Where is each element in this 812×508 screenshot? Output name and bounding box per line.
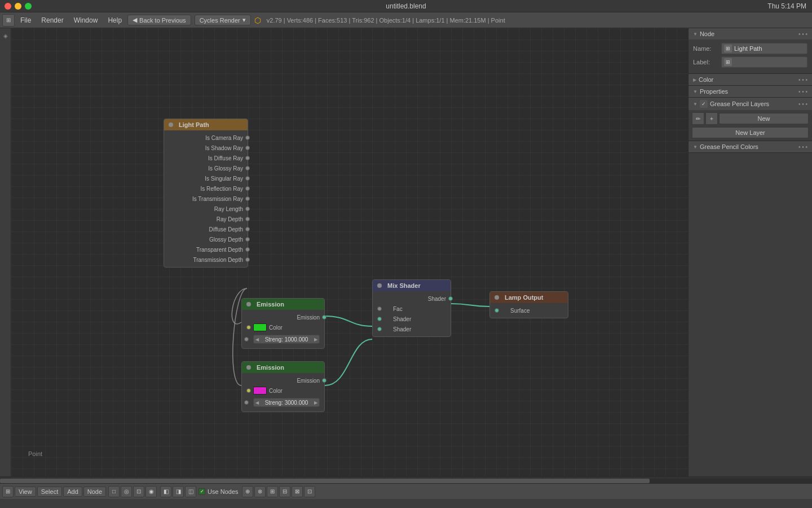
socket-mix-shader-out[interactable] [448, 296, 453, 301]
align-btn[interactable]: ⊞ [267, 486, 278, 497]
view-button[interactable]: View [15, 487, 36, 497]
socket-glossy-depth[interactable] [245, 237, 250, 242]
node-row-is-camera-ray: Is Camera Ray [164, 133, 248, 143]
emission-2-strength-row: ◀ Streng: 3000.000 ▶ [244, 397, 322, 408]
node-button[interactable]: Node [83, 487, 106, 497]
zoom-btn[interactable]: ⊠ [292, 486, 303, 497]
lamp-output-node[interactable]: Lamp Output Surface [489, 291, 568, 318]
lamp-collapse-btn[interactable] [495, 295, 499, 300]
shading-btn-3[interactable]: ◫ [185, 486, 196, 497]
color-section: ▶ Color • • • [689, 74, 812, 86]
clock: Thu 5:14 PM [767, 2, 806, 10]
lamp-output-body: Surface [490, 303, 568, 318]
scrollbar-track [0, 479, 812, 483]
emission-2-color-swatch[interactable] [253, 387, 267, 395]
shading-btn-2[interactable]: ◨ [173, 486, 184, 497]
node-label-field[interactable]: ⊞ [721, 56, 807, 68]
minimize-button[interactable] [15, 3, 21, 10]
mix-shader-node[interactable]: Mix Shader Shader Fac Shader [372, 279, 451, 337]
menu-help[interactable]: Help [103, 15, 126, 25]
menu-render[interactable]: Render [37, 15, 68, 25]
gp-layers-checkbox[interactable]: ✓ [700, 100, 708, 108]
solid-mode-btn[interactable]: □ [108, 486, 120, 497]
gp-add-btn[interactable]: + [705, 112, 718, 125]
menu-file[interactable]: File [16, 15, 36, 25]
socket-is-transmission-ray[interactable] [245, 196, 250, 201]
node-section-header[interactable]: ▼ Node • • • [689, 28, 812, 40]
fullscreen-btn[interactable]: ⊡ [304, 486, 315, 497]
socket-emission-1-out[interactable] [322, 315, 326, 319]
node-editor[interactable]: Light Path Is Camera Ray Is Shadow Ray I… [11, 28, 688, 476]
gp-colors-header[interactable]: ▼ Grease Pencil Colors • • • [689, 141, 812, 152]
use-nodes-checkbox[interactable]: ✓ Use Nodes [198, 488, 238, 495]
socket-transparent-depth[interactable] [245, 247, 250, 252]
back-to-previous-button[interactable]: ◀ Back to Previous [127, 15, 191, 25]
emission-1-strength-field[interactable]: ◀ Streng: 1000.000 ▶ [253, 335, 320, 344]
socket-ray-length[interactable] [245, 207, 250, 211]
emission-1-strength-row: ◀ Streng: 1000.000 ▶ [244, 334, 322, 345]
window-controls[interactable] [5, 3, 32, 10]
gp-pencil-btn[interactable]: ✏ [692, 112, 704, 125]
gp-new-layer-button[interactable]: New Layer [692, 127, 809, 138]
extra-btn[interactable]: ⊟ [279, 486, 290, 497]
socket-emission-1-color-in[interactable] [246, 325, 251, 330]
right-panel: ▼ Node • • • Name: ⊞ Light Path Label: ⊞ [688, 28, 812, 476]
horizontal-scrollbar[interactable] [0, 476, 812, 483]
close-button[interactable] [5, 3, 11, 10]
mix-fac-row: Fac [373, 304, 451, 314]
socket-is-reflection-ray[interactable] [245, 186, 250, 191]
status-bar-text: v2.79 | Verts:486 | Faces:513 | Tris:962… [267, 17, 505, 24]
maximize-button[interactable] [25, 3, 32, 10]
pin-btn[interactable]: ⊗ [254, 486, 266, 497]
node-section: ▼ Node • • • Name: ⊞ Light Path Label: ⊞ [689, 28, 812, 74]
socket-diffuse-depth[interactable] [245, 227, 250, 231]
material-mode-btn[interactable]: ◎ [121, 486, 132, 497]
socket-mix-shader1-in[interactable] [377, 317, 382, 321]
socket-is-camera-ray[interactable] [245, 135, 250, 140]
socket-mix-fac-in[interactable] [377, 306, 382, 311]
window-title: untitled.blend [386, 2, 426, 10]
mix-collapse-btn[interactable] [377, 283, 382, 288]
shading-btn-1[interactable]: ◧ [160, 486, 171, 497]
view-mode-btn[interactable]: ⊞ [2, 486, 14, 497]
emission-2-strength-field[interactable]: ◀ Streng: 3000.000 ▶ [253, 398, 320, 407]
menu-window[interactable]: Window [69, 15, 103, 25]
socket-emission-2-color-in[interactable] [246, 388, 251, 393]
emission-node-2[interactable]: Emission Emission Color ◀ [241, 361, 325, 412]
node-collapse-btn[interactable] [169, 122, 173, 127]
node-1-collapse-btn[interactable] [246, 302, 251, 306]
scrollbar-thumb[interactable] [0, 479, 650, 483]
mix-shader-body: Shader Fac Shader Shader [373, 291, 451, 336]
snap-btn[interactable]: ⊕ [242, 486, 253, 497]
extra-buttons: ⊕ ⊗ ⊞ ⊟ ⊠ ⊡ [242, 486, 315, 497]
socket-is-diffuse-ray[interactable] [245, 156, 250, 160]
node-name-field[interactable]: ⊞ Light Path [721, 43, 807, 54]
rendered-mode-btn[interactable]: ◉ [145, 486, 157, 497]
socket-is-singular-ray[interactable] [245, 176, 250, 181]
socket-transmission-depth[interactable] [245, 257, 250, 262]
emission-node-1[interactable]: Emission Emission Color ◀ [241, 298, 325, 349]
connections-svg [11, 28, 688, 476]
emission-1-color-swatch[interactable] [253, 323, 267, 331]
gp-layers-header[interactable]: ▼ ✓ Grease Pencil Layers • • • [689, 98, 812, 110]
socket-emission-1-strength-in[interactable] [244, 337, 249, 341]
render-engine-dropdown[interactable]: Cycles Render ▾ [195, 15, 251, 25]
socket-is-glossy-ray[interactable] [245, 166, 250, 170]
socket-ray-depth[interactable] [245, 217, 250, 221]
gp-new-button[interactable]: New [719, 113, 809, 124]
socket-lamp-surface-in[interactable] [495, 308, 499, 313]
socket-emission-2-out[interactable] [322, 378, 326, 383]
color-section-header[interactable]: ▶ Color • • • [689, 74, 812, 85]
mix-shader1-row: Shader [373, 314, 451, 324]
socket-mix-shader2-in[interactable] [377, 327, 382, 331]
emission-2-header: Emission [242, 362, 324, 373]
socket-emission-2-strength-in[interactable] [244, 400, 249, 405]
light-path-node[interactable]: Light Path Is Camera Ray Is Shadow Ray I… [164, 119, 248, 268]
view-icon-btn[interactable]: ⊞ [2, 14, 15, 27]
node-2-collapse-btn[interactable] [246, 365, 251, 370]
texture-mode-btn[interactable]: ⊡ [133, 486, 144, 497]
add-button[interactable]: Add [63, 487, 82, 497]
select-button[interactable]: Select [37, 487, 63, 497]
socket-is-shadow-ray[interactable] [245, 146, 250, 150]
properties-section-header[interactable]: ▼ Properties • • • [689, 86, 812, 97]
